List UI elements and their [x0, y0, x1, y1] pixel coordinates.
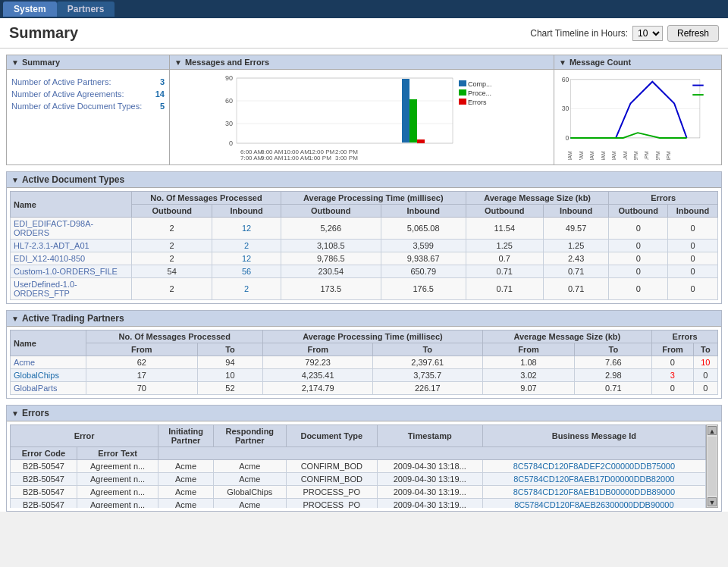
- err-code: B2B-50547: [11, 499, 77, 509]
- tp-err-from: 0: [652, 382, 693, 395]
- col-header-avg-size: Average Message Size (kb): [466, 192, 609, 205]
- top-panels-row: ▼ Summary Number of Active Partners: 3 N…: [6, 55, 722, 165]
- svg-text:1PM: 1PM: [644, 151, 649, 160]
- trading-partner-row[interactable]: GlobalChips 17 10 4,235.41 3,735.7 3.02 …: [11, 369, 718, 382]
- active-doc-types-title: Active Document Types: [22, 174, 124, 185]
- error-row[interactable]: B2B-50547 Agreement n... Acme Acme CONFI…: [11, 473, 706, 486]
- err-text: Agreement n...: [77, 460, 158, 473]
- error-row[interactable]: B2B-50547 Agreement n... Acme Acme CONFI…: [11, 460, 706, 473]
- tp-col-header-msg-from: From: [86, 343, 198, 356]
- svg-text:6AM: 6AM: [567, 151, 573, 160]
- chart-timeline-select[interactable]: 10 24 48: [632, 26, 663, 41]
- error-row[interactable]: B2B-50547 Agreement n... Acme Acme PROCE…: [11, 499, 706, 509]
- errors-scrollbar[interactable]: ▲ ▼: [706, 424, 718, 508]
- errors-content: Error InitiatingPartner RespondingPartne…: [7, 421, 721, 511]
- doc-type-name: EDI_X12-4010-850: [11, 252, 132, 265]
- page-header: Summary Chart Timeline in Hours: 10 24 4…: [0, 18, 728, 49]
- doc-type-proc-in: 3,599: [381, 240, 466, 252]
- tp-proc-from: 792.23: [263, 356, 373, 369]
- col-header-proc-out: Outbound: [281, 205, 381, 218]
- svg-text:11:00 AM: 11:00 AM: [284, 155, 309, 160]
- tp-col-header-no-messages: No. Of Messages Processed: [86, 330, 263, 343]
- tp-err-to: 0: [693, 382, 717, 395]
- chart-timeline-label: Chart Timeline in Hours:: [530, 28, 628, 39]
- svg-text:0: 0: [566, 134, 570, 142]
- doc-type-row[interactable]: Custom-1.0-ORDERS_FILE 54 56 230.54 650.…: [11, 265, 718, 278]
- doc-type-err-in: 0: [667, 218, 717, 240]
- tab-partners[interactable]: Partners: [57, 2, 115, 17]
- doc-type-row[interactable]: UserDefined-1.0-ORDERS_FTP 2 2 173.5 176…: [11, 278, 718, 300]
- err-resp-partner: GlobalChips: [213, 486, 286, 499]
- svg-text:90: 90: [225, 74, 233, 82]
- err-col-header-init-partner: InitiatingPartner: [158, 425, 214, 447]
- svg-text:0: 0: [229, 139, 233, 147]
- messages-panel-title: Messages and Errors: [185, 58, 269, 67]
- tp-col-header-err-to: To: [693, 343, 717, 356]
- svg-text:9:00 AM: 9:00 AM: [261, 155, 284, 160]
- errors-panel-title: Errors: [22, 408, 49, 418]
- summary-panel: ▼ Summary Number of Active Partners: 3 N…: [7, 55, 170, 164]
- tp-col-header-size-from: From: [482, 343, 575, 356]
- err-code: B2B-50547: [11, 460, 77, 473]
- err-text: Agreement n...: [77, 486, 158, 499]
- tp-err-from: 0: [652, 356, 693, 369]
- trading-partner-row[interactable]: GlobalParts 70 52 2,174.79 226.17 9.07 0…: [11, 382, 718, 395]
- errors-collapse-icon[interactable]: ▼: [11, 409, 19, 418]
- err-msg-id[interactable]: 8C5784CD120F8AEB1DB00000DDB89000: [482, 486, 705, 499]
- active-doc-types-panel: ▼ Active Document Types Name No. Of Mess…: [6, 171, 722, 304]
- svg-text:30: 30: [562, 105, 570, 112]
- error-row[interactable]: B2B-50547 Agreement n... Acme GlobalChip…: [11, 486, 706, 499]
- svg-text:8AM: 8AM: [589, 151, 595, 160]
- scrollbar-down-btn[interactable]: ▼: [708, 497, 717, 506]
- doc-type-err-out: 0: [609, 240, 668, 252]
- scrollbar-up-btn[interactable]: ▲: [708, 426, 717, 435]
- trading-partner-row[interactable]: Acme 62 94 792.23 2,397.61 1.08 7.66 0 1…: [11, 356, 718, 369]
- err-col-header-code: Error Code: [11, 447, 77, 460]
- tab-system[interactable]: System: [3, 2, 57, 17]
- doc-type-msg-out: 2: [132, 278, 212, 300]
- err-col-header-resp-partner: RespondingPartner: [213, 425, 286, 447]
- doc-type-err-out: 0: [609, 218, 668, 240]
- err-msg-id[interactable]: 8C5784CD120F8AEB26300000DDB90000: [482, 499, 705, 509]
- err-col-header-text: Error Text: [77, 447, 158, 460]
- msgcount-collapse-icon[interactable]: ▼: [559, 58, 566, 67]
- errors-panel: ▼ Errors Error InitiatingPartner Respond…: [6, 405, 722, 512]
- svg-text:7AM: 7AM: [579, 151, 584, 160]
- active-trading-partners-content: Name No. Of Messages Processed Average P…: [7, 327, 721, 398]
- summary-content: Number of Active Partners: 3 Number of A…: [7, 70, 169, 118]
- active-trading-partners-panel: ▼ Active Trading Partners Name No. Of Me…: [6, 310, 722, 399]
- summary-collapse-icon[interactable]: ▼: [11, 58, 19, 67]
- doc-type-msg-in: 12: [212, 252, 281, 265]
- tp-proc-from: 2,174.79: [263, 382, 373, 395]
- err-timestamp: 2009-04-30 13:18...: [377, 460, 482, 473]
- err-msg-id[interactable]: 8C5784CD120F8ADEF2C00000DDB75000: [482, 460, 705, 473]
- doc-type-row[interactable]: EDI_X12-4010-850 2 12 9,786.5 9,938.67 0…: [11, 252, 718, 265]
- doc-type-size-in: 0.71: [543, 278, 609, 300]
- err-doc-type: CONFIRM_BOD: [286, 460, 377, 473]
- messages-collapse-icon[interactable]: ▼: [174, 58, 182, 67]
- tp-msg-to: 52: [197, 382, 263, 395]
- err-msg-id[interactable]: 8C5784CD120F8AEB17D00000DDB82000: [482, 473, 705, 486]
- refresh-button[interactable]: Refresh: [667, 25, 719, 42]
- trading-partners-collapse-icon[interactable]: ▼: [11, 315, 19, 323]
- tp-proc-from: 4,235.41: [263, 369, 373, 382]
- tp-col-header-avg-processing: Average Processing Time (millisec): [263, 330, 482, 343]
- doc-type-size-in: 49.57: [543, 218, 609, 240]
- doc-type-row[interactable]: HL7-2.3.1-ADT_A01 2 2 3,108.5 3,599 1.25…: [11, 240, 718, 252]
- errors-scroll-area[interactable]: Error InitiatingPartner RespondingPartne…: [10, 424, 706, 508]
- col-header-errors: Errors: [609, 192, 718, 205]
- tp-col-header-proc-from: From: [263, 343, 373, 356]
- tp-col-header-msg-to: To: [197, 343, 263, 356]
- doc-type-msg-out: 2: [132, 218, 212, 240]
- doc-type-row[interactable]: EDI_EDIFACT-D98A-ORDERS 2 12 5,266 5,065…: [11, 218, 718, 240]
- doc-types-collapse-icon[interactable]: ▼: [11, 176, 19, 184]
- doc-type-proc-in: 176.5: [381, 278, 466, 300]
- col-header-msg-in: Inbound: [212, 205, 281, 218]
- doc-type-proc-in: 650.79: [381, 265, 466, 278]
- col-header-err-in: Inbound: [667, 205, 717, 218]
- svg-rect-26: [459, 99, 466, 105]
- col-header-proc-in: Inbound: [381, 205, 466, 218]
- active-doc-types-header: ▼ Active Document Types: [7, 172, 721, 188]
- tp-size-from: 9.07: [482, 382, 575, 395]
- svg-text:3PM: 3PM: [666, 151, 671, 160]
